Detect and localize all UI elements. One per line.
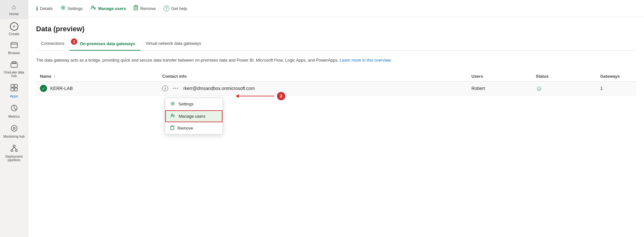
- col-name: ✓ KERR-LAB: [40, 85, 162, 92]
- sidebar-item-home[interactable]: ⌂ Home: [0, 0, 28, 19]
- svg-point-9: [11, 125, 17, 131]
- tabs-bar: Connections 1 On-premises data gateways …: [36, 38, 636, 51]
- table-row: ✓ KERR-LAB i ··· rkerr@dmsandbox.onmicro…: [36, 82, 636, 96]
- dropdown-remove-label: Remove: [177, 126, 193, 131]
- sidebar-item-deployment[interactable]: Deployment pipelines: [0, 142, 28, 165]
- toolbar-details[interactable]: ℹ Details: [36, 4, 53, 13]
- page-title: Data (preview): [36, 25, 636, 33]
- toolbar-remove-label: Remove: [140, 6, 156, 11]
- svg-rect-24: [171, 126, 174, 129]
- metrics-icon: [11, 104, 18, 113]
- toolbar-manage-users-label: Manage users: [98, 6, 126, 11]
- sidebar-item-label: Monitoring hub: [3, 135, 24, 138]
- onelake-icon: [11, 61, 18, 69]
- col-header-status: Status: [536, 74, 600, 79]
- monitoring-icon: [11, 125, 18, 133]
- description-text: The data gateway acts as a bridge, provi…: [36, 57, 636, 64]
- dropdown-manage-users-icon: [170, 114, 175, 119]
- sidebar-item-label: Create: [9, 32, 19, 36]
- contact-email: rkerr@dmsandbox.onmicrosoft.com: [183, 86, 255, 91]
- annotation-badge-2: 2: [277, 92, 285, 100]
- svg-point-22: [172, 103, 174, 104]
- svg-rect-3: [12, 62, 16, 64]
- svg-line-14: [12, 147, 14, 150]
- dropdown-manage-users[interactable]: Manage users: [165, 110, 223, 122]
- dropdown-settings-icon: [170, 101, 175, 107]
- tab-virtual-network[interactable]: Virtual network data gateways: [140, 38, 206, 51]
- browse-icon: [11, 42, 18, 50]
- col-contact: i ··· rkerr@dmsandbox.onmicrosoft.com: [162, 85, 471, 92]
- get-help-icon: ?: [164, 5, 169, 11]
- svg-rect-6: [11, 88, 14, 91]
- sidebar-item-monitoring[interactable]: Monitoring hub: [0, 122, 28, 142]
- svg-point-17: [92, 6, 94, 8]
- status-icon: ☺: [536, 85, 542, 92]
- toolbar-get-help[interactable]: ? Get help: [164, 4, 187, 13]
- dropdown-manage-users-label: Manage users: [179, 114, 205, 119]
- col-header-contact: Contact info: [162, 74, 471, 79]
- arrow-annotation-2: 2: [236, 92, 285, 100]
- sidebar-item-label: Metrics: [8, 114, 20, 118]
- dropdown-menu: Settings Manage users Remove: [165, 98, 223, 134]
- deployment-icon: [11, 145, 18, 153]
- svg-rect-0: [11, 43, 17, 48]
- sidebar-item-label: Home: [9, 12, 19, 16]
- sidebar-item-label: Apps: [10, 94, 18, 98]
- sidebar-item-label: Browse: [8, 51, 20, 55]
- toolbar-settings-label: Settings: [68, 6, 83, 11]
- sidebar: ⌂ Home + Create Browse OneLake data hub …: [0, 0, 28, 237]
- sidebar-item-browse[interactable]: Browse: [0, 39, 28, 58]
- col-status: ☺: [536, 85, 600, 92]
- toolbar-details-label: Details: [40, 6, 53, 11]
- row-name: KERR-LAB: [50, 86, 73, 91]
- settings-icon: [61, 5, 66, 12]
- sidebar-item-onelake[interactable]: OneLake data hub: [0, 58, 28, 81]
- toolbar-get-help-label: Get help: [171, 6, 187, 11]
- svg-rect-18: [134, 6, 138, 10]
- col-header-users: Users: [471, 74, 536, 79]
- col-header-gateways: Gateways: [600, 74, 632, 79]
- check-icon: ✓: [40, 85, 47, 92]
- dropdown-remove-icon: [170, 125, 174, 131]
- col-gateways: 1: [600, 86, 632, 91]
- svg-point-23: [172, 114, 173, 115]
- main-content: ℹ Details Settings Manage users Remove ?…: [28, 0, 644, 237]
- svg-rect-5: [14, 84, 17, 87]
- create-icon: +: [10, 22, 18, 31]
- svg-point-13: [15, 150, 17, 152]
- sidebar-item-label: OneLake data hub: [1, 71, 27, 78]
- table-header: Name ↑ Contact info Users Status Gateway…: [36, 71, 636, 82]
- tab-on-premises[interactable]: 1 On-premises data gateways: [70, 38, 140, 51]
- svg-point-10: [13, 127, 15, 129]
- sidebar-item-create[interactable]: + Create: [0, 19, 28, 39]
- sidebar-item-apps[interactable]: Apps: [0, 81, 28, 101]
- svg-rect-4: [11, 84, 14, 87]
- tab-badge: 1: [71, 38, 77, 45]
- toolbar-settings[interactable]: Settings: [61, 4, 83, 13]
- learn-more-link[interactable]: Learn more in this overview.: [340, 58, 392, 63]
- details-icon: ℹ: [36, 5, 38, 12]
- manage-users-icon: [90, 5, 96, 12]
- svg-point-16: [62, 7, 64, 9]
- sidebar-item-label: Deployment pipelines: [1, 155, 27, 162]
- toolbar-manage-users[interactable]: Manage users: [90, 4, 126, 13]
- info-icon[interactable]: i: [162, 85, 168, 91]
- svg-point-11: [13, 145, 15, 147]
- col-header-name: Name ↑: [40, 74, 162, 79]
- svg-rect-1: [11, 44, 17, 44]
- tab-connections[interactable]: Connections: [36, 38, 70, 51]
- arrow-line: [236, 96, 274, 96]
- dropdown-settings[interactable]: Settings: [165, 98, 223, 110]
- toolbar-remove[interactable]: Remove: [134, 4, 156, 13]
- svg-line-15: [14, 147, 16, 150]
- home-icon: ⌂: [12, 3, 16, 11]
- sidebar-item-metrics[interactable]: Metrics: [0, 101, 28, 122]
- svg-point-12: [11, 150, 13, 152]
- remove-icon: [134, 5, 138, 12]
- content-area: Data (preview) Connections 1 On-premises…: [28, 17, 644, 237]
- svg-rect-7: [14, 88, 17, 91]
- apps-icon: [11, 84, 18, 93]
- more-options-button[interactable]: ···: [171, 85, 181, 92]
- dropdown-remove[interactable]: Remove: [165, 122, 223, 134]
- toolbar: ℹ Details Settings Manage users Remove ?…: [28, 0, 644, 17]
